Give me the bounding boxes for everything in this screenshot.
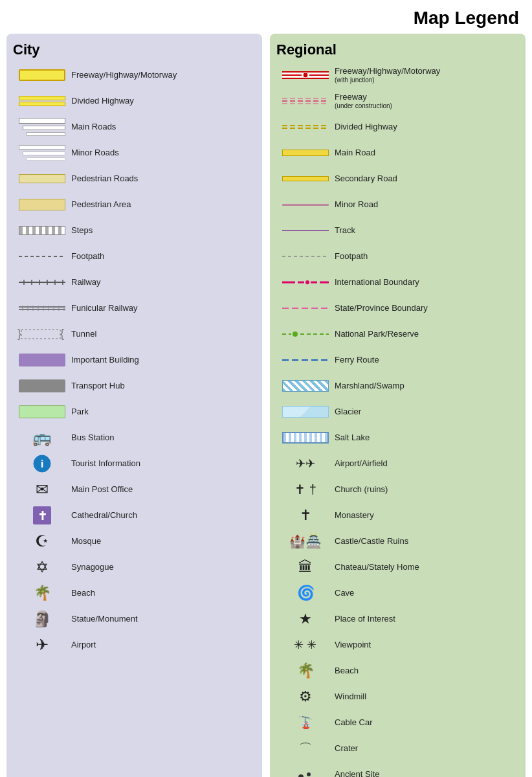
cathedral-symbol: ✝ xyxy=(13,505,71,526)
reg-cave-symbol: 🌀 xyxy=(276,585,335,602)
page-title: Map Legend xyxy=(0,0,532,34)
steps-label: Steps xyxy=(71,225,93,236)
list-item: Main Road xyxy=(276,142,519,163)
list-item: 🌴 Beach xyxy=(276,660,519,681)
reg-freeway-label: Freeway/Highway/Motorway (with junction) xyxy=(335,66,440,84)
viewpoint-icon: ✳ ✳ xyxy=(294,638,316,652)
list-item: 🏰🏯 Castle/Castle Ruins xyxy=(276,531,519,552)
list-item: ✝ Cathedral/Church xyxy=(13,505,256,526)
cablecar-icon: 🚡 xyxy=(298,715,313,730)
list-item: i Tourist Information xyxy=(13,453,256,474)
list-item: Track xyxy=(276,220,519,241)
list-item: Divided Highway xyxy=(276,117,519,137)
reg-marshland-label: Marshland/Swamp xyxy=(335,381,405,391)
list-item: Minor Road xyxy=(276,194,519,215)
reg-secondary-symbol xyxy=(276,176,335,181)
pedestrian-roads-symbol xyxy=(13,174,71,183)
statue-symbol: 🗿 xyxy=(13,610,71,628)
reg-natpark-label: National Park/Reserve xyxy=(335,329,419,339)
reg-ferry-symbol xyxy=(276,358,335,362)
svg-point-29 xyxy=(303,73,308,78)
list-item: 🗿 Statue/Monument xyxy=(13,609,256,629)
list-item: Transport Hub xyxy=(13,376,256,396)
list-item: ✈ Airport xyxy=(13,635,256,655)
reg-monastery-symbol: ✝ xyxy=(276,507,335,524)
ancient-dots-icon xyxy=(296,768,315,777)
airplane-icon: ✈✈ xyxy=(296,456,315,471)
post-office-label: Main Post Office xyxy=(71,484,133,495)
cross-square-icon: ✝ xyxy=(32,505,52,526)
reg-ancient-label: Ancient Site xyxy=(335,769,379,777)
beach-reg-icon: 🌴 xyxy=(297,662,315,679)
airport-icon: ✈ xyxy=(36,636,49,654)
reg-crater-label: Crater xyxy=(335,743,358,754)
transport-hub-label: Transport Hub xyxy=(71,381,125,391)
reg-main-label: Main Road xyxy=(335,148,375,158)
reg-airport-label: Airport/Airfield xyxy=(335,458,388,469)
footpath-label: Footpath xyxy=(71,251,104,262)
star-of-david-icon: ✡ xyxy=(36,558,49,576)
park-label: Park xyxy=(71,407,89,417)
star-icon: ★ xyxy=(299,611,312,627)
reg-castle-symbol: 🏰🏯 xyxy=(276,534,335,549)
list-item: ✡ Synagogue xyxy=(13,557,256,578)
list-item: ✝ Monastery xyxy=(276,505,519,526)
reg-monastery-label: Monastery xyxy=(335,510,374,521)
reg-cave-label: Cave xyxy=(335,588,354,598)
windmill-icon: ⚙ xyxy=(299,688,312,705)
svg-text:{: { xyxy=(60,327,64,340)
list-item: ☪ Mosque xyxy=(13,531,256,552)
house-icon: 🏛 xyxy=(298,559,313,576)
list-item: 🌴 Beach xyxy=(13,583,256,603)
beach-city-symbol: 🌴 xyxy=(13,585,71,602)
reg-track-label: Track xyxy=(335,225,355,236)
list-item: Main Roads xyxy=(13,117,256,137)
list-item: Secondary Road xyxy=(276,168,519,189)
list-item: ✉ Main Post Office xyxy=(13,479,256,500)
reg-ferry-label: Ferry Route xyxy=(335,355,379,365)
reg-glacier-symbol xyxy=(276,406,335,418)
list-item: 🌀 Cave xyxy=(276,583,519,603)
reg-cablecar-symbol: 🚡 xyxy=(276,715,335,730)
monastery-cross-icon: ✝ xyxy=(300,507,311,524)
airport-city-label: Airport xyxy=(71,640,96,650)
cave-icon: 🌀 xyxy=(297,585,315,602)
reg-cablecar-label: Cable Car xyxy=(335,717,373,728)
pedestrian-area-symbol xyxy=(13,199,71,210)
minor-roads-label: Minor Roads xyxy=(71,148,119,158)
mosque-symbol: ☪ xyxy=(13,532,71,550)
list-item: Minor Roads xyxy=(13,142,256,163)
svg-rect-19 xyxy=(21,330,60,339)
main-roads-label: Main Roads xyxy=(71,122,116,132)
list-item: 🏛 Chateau/Stately Home xyxy=(276,557,519,578)
reg-track-symbol xyxy=(276,229,335,232)
beach-city-label: Beach xyxy=(71,588,95,598)
reg-beach-symbol: 🌴 xyxy=(276,662,335,679)
tunnel-label: Tunnel xyxy=(71,329,96,339)
list-item: Ferry Route xyxy=(276,350,519,370)
synagogue-symbol: ✡ xyxy=(13,558,71,576)
reg-intl-boundary-symbol xyxy=(276,280,335,285)
svg-point-45 xyxy=(293,332,298,337)
reg-viewpoint-label: Viewpoint xyxy=(335,640,371,650)
reg-interest-label: Place of Interest xyxy=(335,614,395,624)
city-header: City xyxy=(13,41,256,58)
list-item: ✳ ✳ Viewpoint xyxy=(276,635,519,655)
svg-point-41 xyxy=(305,280,309,284)
list-item: ⚙ Windmill xyxy=(276,686,519,707)
list-item: State/Province Boundary xyxy=(276,298,519,319)
info-icon: i xyxy=(32,454,52,473)
cross-ruins-icon: ✝ † xyxy=(294,482,316,497)
list-item: ★ Place of Interest xyxy=(276,609,519,629)
pedestrian-roads-label: Pedestrian Roads xyxy=(71,174,138,184)
tourist-info-label: Tourist Information xyxy=(71,458,140,469)
list-item: Pedestrian Area xyxy=(13,194,256,215)
reg-glacier-label: Glacier xyxy=(335,407,361,417)
list-item: National Park/Reserve xyxy=(276,324,519,344)
reg-interest-symbol: ★ xyxy=(276,611,335,627)
city-column: City Freeway/Highway/Motorway Divided Hi… xyxy=(6,34,262,777)
bus-station-label: Bus Station xyxy=(71,433,115,443)
minor-roads-symbol xyxy=(13,145,71,161)
list-item: Funicular Railway xyxy=(13,298,256,319)
footpath-symbol xyxy=(13,254,71,259)
